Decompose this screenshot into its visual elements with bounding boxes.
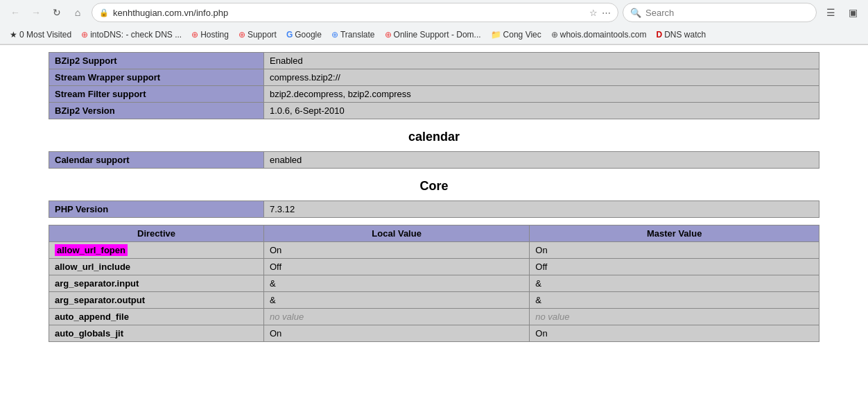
- bookmark-dns-watch[interactable]: D DNS watch: [652, 28, 711, 41]
- search-icon: 🔍: [630, 8, 641, 18]
- allow-url-fopen-link[interactable]: allow_url_fopen: [55, 244, 128, 256]
- arg-separator-output-local: &: [264, 292, 530, 309]
- arg-separator-output-label: arg_separator.output: [49, 292, 264, 309]
- auto-append-file-master: no value: [530, 309, 819, 325]
- php-version-value: 7.3.12: [264, 201, 819, 218]
- browser-toolbar: ← → ↻ ⌂ 🔒 kenhthugian.com.vn/info.php ☆ …: [0, 0, 868, 25]
- table-row: BZip2 Version 1.0.6, 6-Sept-2010: [49, 103, 819, 119]
- table-row: allow_url_include Off Off: [49, 259, 819, 275]
- table-row: BZip2 Support Enabled: [49, 53, 819, 69]
- table-row: auto_globals_jit On On: [49, 325, 819, 342]
- allow-url-fopen-label: allow_url_fopen: [49, 242, 264, 259]
- stream-wrapper-value: compress.bzip2://: [264, 69, 819, 86]
- table-row: arg_separator.input & &: [49, 275, 819, 292]
- directive-col-header: Directive: [49, 225, 264, 242]
- table-row: Calendar support enabled: [49, 152, 819, 169]
- auto-globals-jit-local: On: [264, 325, 530, 342]
- bookmark-icon-8: ⊕: [551, 30, 558, 40]
- allow-url-fopen-master: On: [530, 242, 819, 259]
- directive-header-row: Directive Local Value Master Value: [49, 225, 819, 242]
- table-row: allow_url_fopen On On: [49, 242, 819, 259]
- tabs-icon[interactable]: ▣: [843, 3, 862, 22]
- bookmark-icon-5: ⊕: [331, 30, 338, 40]
- reload-button[interactable]: ↻: [47, 3, 67, 22]
- table-row: Stream Filter support bzip2.decompress, …: [49, 86, 819, 103]
- table-row: arg_separator.output & &: [49, 292, 819, 309]
- arg-separator-input-label: arg_separator.input: [49, 275, 264, 292]
- local-value-col-header: Local Value: [264, 225, 530, 242]
- lock-icon: 🔒: [99, 8, 109, 17]
- table-row: Stream Wrapper support compress.bzip2://: [49, 69, 819, 86]
- bookmark-translate[interactable]: ⊕ Translate: [327, 28, 379, 41]
- page-content: BZip2 Support Enabled Stream Wrapper sup…: [0, 45, 868, 356]
- address-bar[interactable]: 🔒 kenhthugian.com.vn/info.php ☆ ⋯: [92, 3, 618, 22]
- calendar-table: Calendar support enabled: [49, 151, 819, 169]
- bookmark-icon-9: D: [657, 30, 663, 40]
- stream-filter-label: Stream Filter support: [49, 86, 264, 103]
- allow-url-include-label: allow_url_include: [49, 259, 264, 275]
- address-bar-icons: ☆ ⋯: [589, 8, 611, 18]
- stream-wrapper-label: Stream Wrapper support: [49, 69, 264, 86]
- home-button[interactable]: ⌂: [68, 3, 87, 22]
- core-header: Core: [49, 179, 819, 194]
- stream-filter-value: bzip2.decompress, bzip2.compress: [264, 86, 819, 103]
- master-value-col-header: Master Value: [530, 225, 819, 242]
- php-version-table: PHP Version 7.3.12: [49, 200, 819, 218]
- bookmarks-bar: ★ 0 Most Visited ⊕ intoDNS: - check DNS …: [0, 25, 868, 44]
- bzip2-version-value: 1.0.6, 6-Sept-2010: [264, 103, 819, 119]
- bookmark-cong-viec[interactable]: 📁 Cong Viec: [487, 28, 546, 41]
- php-version-label: PHP Version: [49, 201, 264, 218]
- back-button[interactable]: ←: [6, 3, 25, 22]
- allow-url-include-local: Off: [264, 259, 530, 275]
- search-placeholder: Search: [645, 8, 674, 18]
- toolbar-icons: ☰ ▣: [821, 3, 862, 22]
- table-row: auto_append_file no value no value: [49, 309, 819, 325]
- search-bar[interactable]: 🔍 Search: [623, 3, 817, 22]
- auto-append-file-local: no value: [264, 309, 530, 325]
- nav-buttons: ← → ↻ ⌂: [6, 3, 87, 22]
- no-value-master: no value: [535, 312, 569, 322]
- bzip2-support-label: BZip2 Support: [49, 53, 264, 69]
- bookmark-icon-4: G: [286, 30, 293, 40]
- url-text: kenhthugian.com.vn/info.php: [113, 8, 585, 18]
- bookmark-icon-7: 📁: [491, 30, 501, 40]
- bookmark-google[interactable]: G Google: [282, 28, 326, 41]
- bookmark-intodns[interactable]: ⊕ intoDNS: - check DNS ...: [77, 28, 186, 41]
- php-version-row: PHP Version 7.3.12: [49, 201, 819, 218]
- history-icon[interactable]: ☰: [821, 3, 840, 22]
- bzip2-version-label: BZip2 Version: [49, 103, 264, 119]
- arg-separator-output-master: &: [530, 292, 819, 309]
- directive-table: Directive Local Value Master Value allow…: [49, 225, 819, 342]
- bookmark-most-visited[interactable]: ★ 0 Most Visited: [6, 28, 76, 41]
- bookmark-star-icon[interactable]: ☆: [589, 8, 598, 18]
- arg-separator-input-master: &: [530, 275, 819, 292]
- no-value-local: no value: [270, 312, 304, 322]
- calendar-header: calendar: [49, 130, 819, 144]
- more-icon[interactable]: ⋯: [602, 8, 611, 18]
- star-icon: ★: [10, 30, 17, 40]
- auto-globals-jit-master: On: [530, 325, 819, 342]
- calendar-support-value: enabled: [264, 152, 819, 169]
- arg-separator-input-local: &: [264, 275, 530, 292]
- bookmark-online-support[interactable]: ⊕ Online Support - Dom...: [381, 28, 485, 41]
- forward-button[interactable]: →: [26, 3, 46, 22]
- calendar-support-label: Calendar support: [49, 152, 264, 169]
- bookmark-icon-1: ⊕: [81, 30, 88, 40]
- bookmark-icon-2: ⊕: [191, 30, 198, 40]
- auto-globals-jit-label: auto_globals_jit: [49, 325, 264, 342]
- bookmark-whois[interactable]: ⊕ whois.domaintools.com: [547, 28, 651, 41]
- bookmark-hosting[interactable]: ⊕ Hosting: [187, 28, 233, 41]
- bookmark-icon-6: ⊕: [385, 30, 392, 40]
- bzip2-table: BZip2 Support Enabled Stream Wrapper sup…: [49, 52, 819, 119]
- auto-append-file-label: auto_append_file: [49, 309, 264, 325]
- bzip2-support-value: Enabled: [264, 53, 819, 69]
- bookmark-support[interactable]: ⊕ Support: [234, 28, 281, 41]
- browser-chrome: ← → ↻ ⌂ 🔒 kenhthugian.com.vn/info.php ☆ …: [0, 0, 868, 45]
- bookmark-icon-3: ⊕: [238, 30, 245, 40]
- allow-url-fopen-local: On: [264, 242, 530, 259]
- allow-url-include-master: Off: [530, 259, 819, 275]
